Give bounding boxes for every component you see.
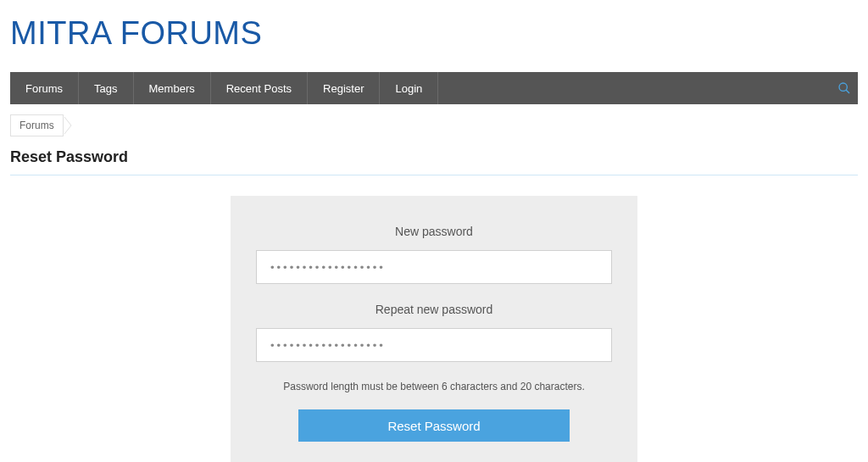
divider (10, 175, 858, 175)
repeat-password-input[interactable] (256, 328, 612, 362)
nav-recent-posts[interactable]: Recent Posts (211, 72, 308, 104)
reset-password-panel: New password Repeat new password Passwor… (231, 196, 637, 462)
site-title[interactable]: MITRA FORUMS (0, 0, 868, 72)
repeat-password-label: Repeat new password (256, 303, 612, 316)
navbar: Forums Tags Members Recent Posts Registe… (10, 72, 858, 104)
nav-tags[interactable]: Tags (79, 72, 133, 104)
nav-members[interactable]: Members (134, 72, 211, 104)
svg-point-0 (839, 83, 847, 91)
password-hint: Password length must be between 6 charac… (256, 381, 612, 392)
nav-login[interactable]: Login (380, 72, 438, 104)
reset-password-button[interactable]: Reset Password (298, 409, 570, 442)
new-password-label: New password (256, 225, 612, 238)
chevron-right-icon (63, 115, 76, 136)
search-icon[interactable] (837, 72, 851, 104)
nav-register[interactable]: Register (308, 72, 380, 104)
svg-line-1 (846, 90, 849, 93)
breadcrumb: Forums (10, 114, 858, 136)
nav-forums[interactable]: Forums (10, 72, 79, 104)
breadcrumb-forums[interactable]: Forums (10, 114, 64, 136)
page-title: Reset Password (10, 148, 858, 166)
new-password-input[interactable] (256, 250, 612, 284)
